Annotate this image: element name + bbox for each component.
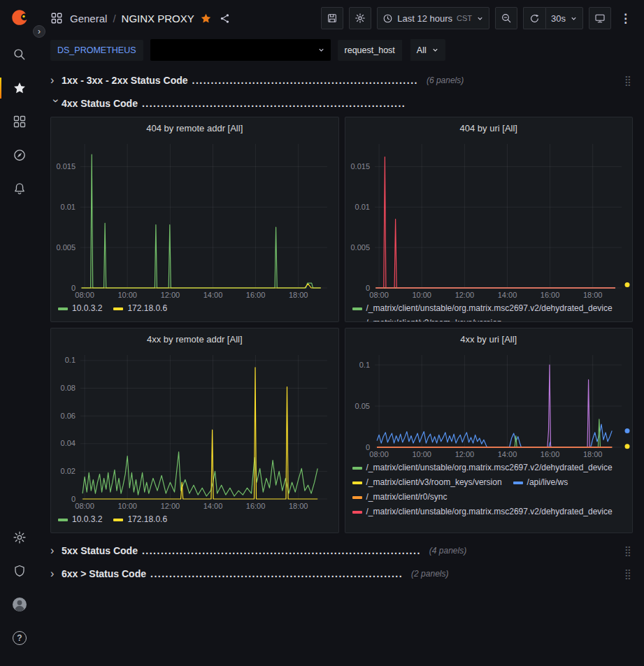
panel-4xx-by-remote-addr: 4xx by remote addr [All] 00.020.040.060.… xyxy=(50,328,339,533)
dashboard-settings-button[interactable] xyxy=(349,7,371,29)
grafana-logo-icon xyxy=(9,8,30,29)
legend-item[interactable]: /_matrix/client/unstable/org.matrix.msc2… xyxy=(352,506,613,518)
breadcrumb-separator: / xyxy=(113,13,115,24)
share-dashboard-button[interactable] xyxy=(219,13,231,24)
legend: /_matrix/client/unstable/org.matrix.msc2… xyxy=(345,460,633,533)
legend-swatch xyxy=(352,482,362,484)
legend-item[interactable]: /_matrix/client/r0/sync xyxy=(352,491,448,503)
breadcrumb-dashboard-title[interactable]: NGINX PROXY xyxy=(122,13,194,24)
row-title-dots: ........................................… xyxy=(142,545,421,556)
timeseries-chart[interactable]: 00.020.040.060.080.108:0010:0012:0014:00… xyxy=(51,349,338,512)
sidebar-item-explore[interactable] xyxy=(6,141,34,169)
kebab-icon: ⋮ xyxy=(620,12,631,25)
svg-text:08:00: 08:00 xyxy=(369,450,389,458)
sidebar-expand-button[interactable]: › xyxy=(33,25,45,38)
save-dashboard-button[interactable] xyxy=(321,7,343,29)
timezone-label: CST xyxy=(457,14,472,22)
svg-text:16:00: 16:00 xyxy=(246,502,266,510)
legend: /_matrix/client/unstable/org.matrix.msc2… xyxy=(345,301,633,321)
legend-label: /_matrix/client/unstable/org.matrix.msc2… xyxy=(366,303,613,314)
sidebar-item-help[interactable]: ? xyxy=(6,624,34,652)
chevron-down-icon xyxy=(570,15,578,22)
legend-item[interactable]: /_matrix/client/v3/room_keys/version xyxy=(352,317,502,321)
legend-item[interactable]: /_matrix/client/unstable/org.matrix.msc2… xyxy=(352,303,613,314)
sidebar-item-starred[interactable] xyxy=(6,74,34,102)
grafana-logo[interactable] xyxy=(7,6,32,31)
sidebar-item-alerting[interactable] xyxy=(6,175,34,203)
legend-item[interactable]: 10.0.3.2 xyxy=(58,514,102,526)
legend-swatch xyxy=(113,307,123,310)
panel-title[interactable]: 404 by remote addr [All] xyxy=(51,117,338,138)
dashboards-grid-icon xyxy=(13,115,27,129)
legend-label: /_matrix/client/v3/room_keys/version xyxy=(366,317,502,321)
row-drag-handle[interactable]: ⣿ xyxy=(623,75,633,86)
kebab-menu-button[interactable]: ⋮ xyxy=(617,11,634,26)
request-host-value: All xyxy=(417,45,427,55)
legend-item[interactable]: /api/live/ws xyxy=(513,477,568,488)
legend-label: /_matrix/client/unstable/org.matrix.msc2… xyxy=(366,506,613,518)
refresh-icon xyxy=(529,13,540,24)
legend-swatch xyxy=(352,307,362,310)
svg-text:16:00: 16:00 xyxy=(246,291,266,299)
timeseries-chart[interactable]: 00.050.108:0010:0012:0014:0016:0018:00 xyxy=(345,349,633,460)
refresh-interval-picker[interactable]: 30s xyxy=(545,7,583,29)
header-toolbar: Last 12 hours CST xyxy=(321,7,634,29)
tv-mode-button[interactable] xyxy=(589,7,611,29)
legend-item[interactable]: /_matrix/client/unstable/org.matrix.msc2… xyxy=(352,462,613,474)
gear-icon xyxy=(13,530,27,544)
sidebar: › xyxy=(0,0,39,666)
sidebar-item-search[interactable] xyxy=(6,41,34,68)
breadcrumb-folder[interactable]: General xyxy=(70,13,107,24)
svg-text:0.015: 0.015 xyxy=(56,162,76,171)
row-4xx[interactable]: › 4xx Status Code ......................… xyxy=(50,93,633,114)
datasource-select[interactable] xyxy=(150,39,331,61)
svg-text:18:00: 18:00 xyxy=(582,291,602,299)
row-1xx-3xx-2xx[interactable]: › 1xx - 3xx - 2xx Status Code ..........… xyxy=(50,70,633,91)
row-5xx[interactable]: › 5xx Status Code ......................… xyxy=(50,540,633,561)
svg-text:0.05: 0.05 xyxy=(355,402,369,410)
apps-menu-button[interactable] xyxy=(50,12,63,24)
svg-text:18:00: 18:00 xyxy=(582,450,602,458)
legend-item[interactable]: 172.18.0.6 xyxy=(113,303,167,314)
chevron-right-icon: › xyxy=(50,75,62,86)
panel-title[interactable]: 4xx by remote addr [All] xyxy=(51,328,338,349)
zoom-out-time-button[interactable] xyxy=(495,7,517,29)
refresh-button[interactable] xyxy=(523,7,545,29)
svg-text:12:00: 12:00 xyxy=(455,450,474,458)
panels-grid: 404 by remote addr [All] 00.0050.010.015… xyxy=(50,117,633,533)
monitor-icon xyxy=(594,13,606,24)
legend-swatch xyxy=(113,519,123,521)
legend-swatch xyxy=(513,482,523,484)
favorite-star-button[interactable] xyxy=(200,13,212,24)
dashboard-content: › 1xx - 3xx - 2xx Status Code ..........… xyxy=(39,68,644,666)
legend-item[interactable]: /_matrix/client/v3/room_keys/version xyxy=(352,477,502,488)
zoom-out-icon xyxy=(501,13,512,24)
row-drag-handle[interactable]: ⣿ xyxy=(623,568,633,579)
sidebar-bottom: ? xyxy=(6,523,34,658)
chevron-right-icon: › xyxy=(50,545,62,556)
svg-text:18:00: 18:00 xyxy=(289,291,308,299)
bell-icon xyxy=(13,182,27,196)
row-drag-handle[interactable]: ⣿ xyxy=(623,545,633,556)
svg-text:0.04: 0.04 xyxy=(61,439,76,447)
timeseries-chart[interactable]: 00.0050.010.01508:0010:0012:0014:0016:00… xyxy=(51,138,338,301)
legend-swatch xyxy=(352,467,362,470)
row-6xx[interactable]: › 6xx > Status Code ....................… xyxy=(50,563,633,584)
sidebar-item-configuration[interactable] xyxy=(6,523,34,551)
legend-label: /api/live/ws xyxy=(527,477,568,488)
panel-title[interactable]: 4xx by uri [All] xyxy=(345,328,633,349)
svg-text:0.015: 0.015 xyxy=(350,162,370,171)
legend-item[interactable]: 172.18.0.6 xyxy=(113,514,167,526)
legend-item[interactable]: 10.0.3.2 xyxy=(58,303,102,314)
timeseries-chart[interactable]: 00.0050.010.01508:0010:0012:0014:0016:00… xyxy=(345,138,633,301)
svg-text:0.06: 0.06 xyxy=(61,412,76,420)
sidebar-item-server-admin[interactable] xyxy=(6,557,34,585)
sidebar-item-profile[interactable] xyxy=(6,591,34,618)
gear-icon xyxy=(355,13,366,24)
time-range-picker[interactable]: Last 12 hours CST xyxy=(377,7,489,29)
svg-text:0.1: 0.1 xyxy=(65,356,76,364)
panel-title[interactable]: 404 by uri [All] xyxy=(345,117,633,138)
request-host-select[interactable]: All xyxy=(410,39,445,61)
svg-text:14:00: 14:00 xyxy=(203,291,223,299)
sidebar-item-dashboards[interactable] xyxy=(6,108,34,136)
